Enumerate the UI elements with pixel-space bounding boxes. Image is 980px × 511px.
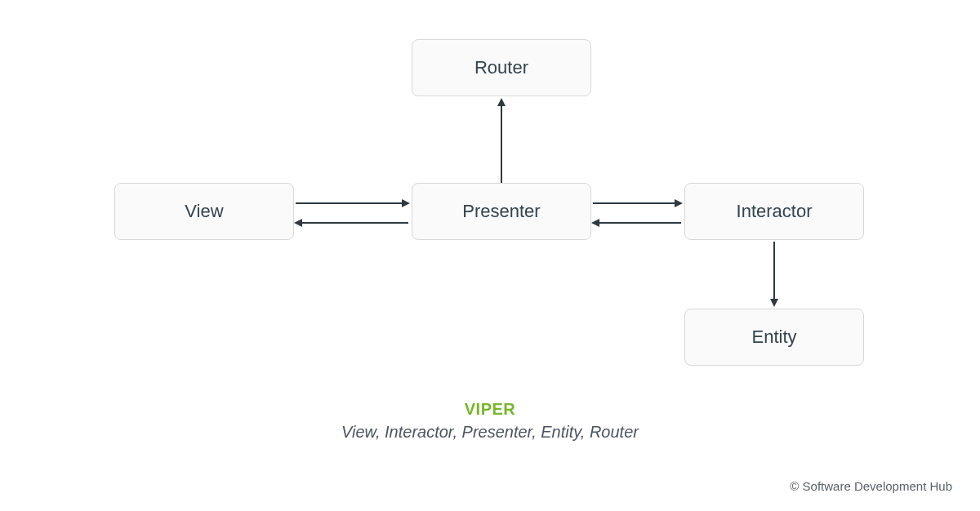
node-presenter: Presenter [412,183,591,240]
node-interactor-label: Interactor [737,201,813,222]
caption-title: VIPER [0,400,980,419]
caption-subtitle: View, Interactor, Presenter, Entity, Rou… [0,423,980,442]
node-presenter-label: Presenter [462,201,540,222]
node-router: Router [412,39,591,96]
node-view: View [114,183,294,240]
node-interactor: Interactor [684,183,864,240]
node-entity: Entity [684,309,864,366]
node-entity-label: Entity [751,327,796,348]
copyright-text: © Software Development Hub [790,479,952,493]
node-view-label: View [185,201,223,222]
node-router-label: Router [474,57,528,78]
